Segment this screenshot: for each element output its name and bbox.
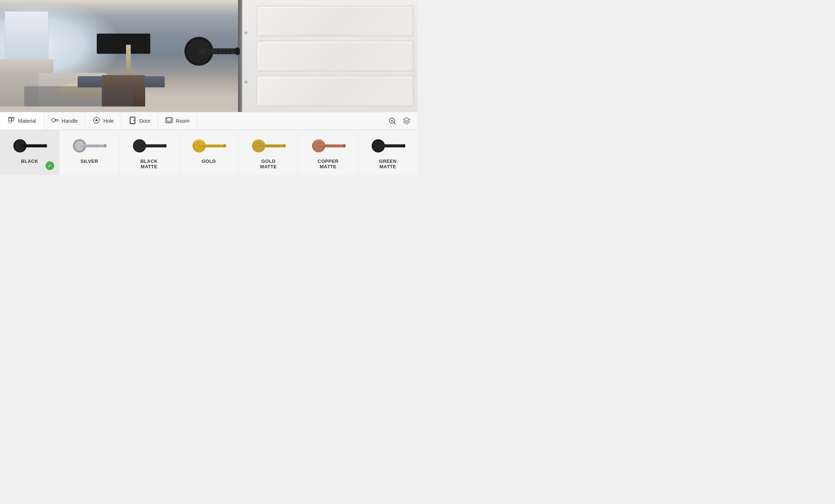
svg-point-40	[44, 144, 47, 148]
svg-rect-48	[91, 144, 92, 147]
svg-rect-36	[31, 144, 32, 147]
svg-rect-84	[277, 144, 278, 147]
svg-rect-55	[139, 144, 165, 147]
toolbar: Material Handle Hole	[0, 112, 418, 130]
svg-rect-6	[218, 48, 219, 54]
svg-line-26	[394, 123, 396, 125]
svg-rect-83	[275, 144, 276, 147]
svg-rect-91	[328, 144, 328, 147]
finish-copper-matte-label: COPPER MATTE	[318, 158, 339, 169]
svg-rect-99	[378, 144, 404, 147]
room-icon	[165, 116, 173, 126]
finish-gold-label: GOLD	[202, 158, 216, 164]
svg-rect-71	[213, 144, 214, 147]
svg-point-18	[95, 119, 98, 121]
finish-copper-matte-preview	[310, 137, 346, 155]
svg-marker-29	[403, 118, 410, 121]
svg-rect-73	[218, 144, 219, 147]
svg-rect-45	[84, 144, 85, 147]
svg-rect-56	[144, 144, 144, 147]
svg-rect-60	[153, 144, 154, 147]
svg-rect-3	[206, 48, 208, 54]
layers-button[interactable]	[400, 114, 413, 127]
svg-rect-81	[270, 144, 271, 147]
svg-rect-34	[27, 144, 27, 147]
svg-rect-102	[387, 144, 388, 147]
svg-rect-23	[167, 118, 171, 121]
toolbar-door[interactable]: Door	[121, 112, 158, 130]
svg-rect-39	[39, 144, 39, 147]
hero-image	[0, 0, 418, 112]
finish-gold-matte[interactable]: GOLD MATTE	[239, 130, 298, 175]
svg-rect-50	[96, 144, 97, 147]
svg-rect-100	[382, 144, 383, 147]
svg-rect-104	[392, 144, 393, 147]
finish-black[interactable]: BLACK ✓	[0, 130, 60, 175]
finish-green-matte[interactable]: GREEN MATTE	[358, 130, 418, 175]
svg-rect-7	[221, 48, 223, 54]
svg-rect-5	[214, 48, 215, 54]
finish-silver-label: SILVER	[81, 158, 98, 164]
finish-black-matte[interactable]: BLACK MATTE	[120, 130, 179, 175]
svg-rect-9	[229, 48, 231, 54]
svg-rect-92	[330, 144, 331, 147]
toolbar-room[interactable]: Room	[158, 112, 197, 130]
finish-black-label: BLACK	[21, 158, 38, 164]
finish-green-matte-label: GREEN MATTE	[379, 158, 397, 169]
finish-black-matte-preview	[131, 137, 167, 155]
svg-rect-103	[390, 144, 390, 147]
svg-rect-8	[225, 48, 227, 54]
svg-rect-89	[323, 144, 324, 147]
svg-rect-62	[158, 144, 159, 147]
svg-point-107	[402, 144, 405, 148]
svg-marker-14	[8, 121, 12, 123]
toolbar-handle-label: Handle	[62, 118, 78, 124]
finish-selector: BLACK ✓	[0, 130, 418, 175]
svg-rect-61	[156, 144, 156, 147]
svg-rect-33	[24, 144, 25, 147]
svg-point-85	[283, 144, 286, 148]
svg-rect-88	[319, 144, 344, 147]
toolbar-right-actions	[381, 112, 418, 130]
toolbar-material[interactable]: Material	[0, 112, 44, 130]
svg-rect-94	[335, 144, 336, 147]
svg-rect-69	[208, 144, 209, 147]
finish-selected-badge: ✓	[46, 161, 54, 170]
svg-rect-32	[20, 144, 46, 147]
svg-point-21	[133, 120, 134, 121]
svg-point-15	[52, 118, 55, 122]
svg-rect-105	[394, 144, 395, 147]
svg-rect-51	[98, 144, 99, 147]
hole-icon	[92, 116, 100, 126]
svg-rect-79	[265, 144, 266, 147]
svg-rect-78	[263, 144, 264, 147]
finish-green-matte-preview	[370, 137, 406, 155]
svg-rect-57	[146, 144, 147, 147]
toolbar-hole[interactable]: Hole	[85, 112, 121, 130]
svg-rect-106	[397, 144, 398, 147]
svg-rect-68	[206, 144, 207, 147]
zoom-button[interactable]	[386, 114, 399, 127]
finish-copper-matte[interactable]: COPPER MATTE	[298, 130, 358, 175]
toolbar-handle[interactable]: Handle	[44, 112, 85, 130]
svg-rect-19	[130, 117, 135, 124]
svg-rect-77	[259, 144, 285, 147]
toolbar-material-label: Material	[18, 118, 36, 124]
material-icon	[7, 116, 15, 126]
svg-point-63	[164, 144, 166, 148]
svg-rect-59	[151, 144, 152, 147]
svg-point-96	[343, 144, 346, 148]
svg-rect-67	[203, 144, 204, 147]
svg-rect-47	[89, 144, 90, 147]
svg-point-74	[223, 144, 226, 148]
app-container: Material Handle Hole	[0, 0, 418, 175]
svg-rect-72	[215, 144, 216, 147]
svg-marker-13	[12, 118, 14, 121]
toolbar-door-label: Door	[139, 118, 150, 124]
toolbar-room-label: Room	[176, 118, 189, 124]
svg-rect-35	[29, 144, 30, 147]
finish-black-preview	[12, 137, 48, 155]
finish-silver-preview	[71, 137, 107, 155]
finish-silver[interactable]: SILVER	[60, 130, 119, 175]
finish-gold[interactable]: GOLD	[179, 130, 239, 175]
